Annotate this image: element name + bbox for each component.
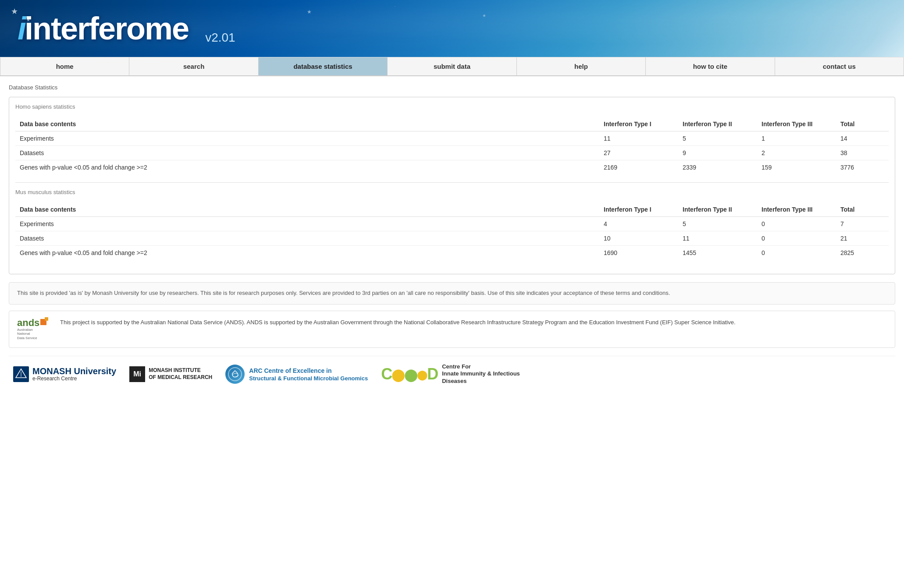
cell-type2: 1455 xyxy=(678,246,757,260)
disclaimer-section: This site is provided 'as is' by Monash … xyxy=(9,282,895,305)
cell-type3: 0 xyxy=(757,217,836,231)
disclaimer-text: This site is provided 'as is' by Monash … xyxy=(17,290,670,296)
nav-submit-data[interactable]: submit data xyxy=(388,57,516,75)
cell-type3: 0 xyxy=(757,246,836,260)
main-content: Database Statistics Homo sapiens statist… xyxy=(0,76,904,400)
ciid-line3: Diseases xyxy=(442,378,520,385)
arc-logo: ARC Centre of Excellence in Structural &… xyxy=(225,365,368,384)
ciid-line2: Innate Immunity & Infectious xyxy=(442,370,520,378)
cell-type3: 159 xyxy=(757,160,836,175)
arc-line2: Structural & Functional Microbial Genomi… xyxy=(249,375,368,382)
arc-circle-icon xyxy=(225,365,245,384)
cell-total: 14 xyxy=(836,131,889,146)
col-header-contents: Data base contents xyxy=(15,117,599,131)
monash-institute-text: MONASH INSTITUTE OF MEDICAL RESEARCH xyxy=(149,367,212,381)
col-header-type2: Interferon Type II xyxy=(678,202,757,217)
cell-label: Experiments xyxy=(15,131,599,146)
table-row: Datasets 10 11 0 21 xyxy=(15,231,889,246)
col-header-total: Total xyxy=(836,117,889,131)
navbar: home search database statistics submit d… xyxy=(0,57,904,76)
col-header-contents: Data base contents xyxy=(15,202,599,217)
table-row: Experiments 4 5 0 7 xyxy=(15,217,889,231)
page-title: Database Statistics xyxy=(9,84,895,91)
cell-type1: 2169 xyxy=(599,160,678,175)
arc-line1: ARC Centre of Excellence in xyxy=(249,367,368,375)
col-header-type1: Interferon Type I xyxy=(599,117,678,131)
cell-total: 7 xyxy=(836,217,889,231)
col-header-total: Total xyxy=(836,202,889,217)
ciid-text: Centre For Innate Immunity & Infectious … xyxy=(442,363,520,386)
cell-type3: 0 xyxy=(757,231,836,246)
table-row: Datasets 27 9 2 38 xyxy=(15,146,889,160)
cell-type2: 5 xyxy=(678,217,757,231)
ands-logo-subtitle: AustralianNationalData Service xyxy=(17,328,52,340)
homo-sapiens-label: Homo sapiens statistics xyxy=(15,103,889,113)
monash-institute-icon: Mi xyxy=(129,366,145,382)
section-divider xyxy=(15,182,889,183)
col-header-type3: Interferon Type III xyxy=(757,117,836,131)
cell-type3: 1 xyxy=(757,131,836,146)
cell-type1: 11 xyxy=(599,131,678,146)
mus-musculus-table: Data base contents Interferon Type I Int… xyxy=(15,202,889,260)
cell-label: Datasets xyxy=(15,231,599,246)
col-header-type2: Interferon Type II xyxy=(678,117,757,131)
col-header-type3: Interferon Type III xyxy=(757,202,836,217)
cell-type1: 1690 xyxy=(599,246,678,260)
cell-total: 38 xyxy=(836,146,889,160)
cell-label: Genes with p-value <0.05 and fold change… xyxy=(15,160,599,175)
monash-institute-logo: Mi MONASH INSTITUTE OF MEDICAL RESEARCH xyxy=(129,366,212,382)
homo-sapiens-table: Data base contents Interferon Type I Int… xyxy=(15,117,889,174)
ciid-line1: Centre For xyxy=(442,363,520,371)
logo-version: v2.01 xyxy=(205,31,235,44)
cell-type1: 27 xyxy=(599,146,678,160)
cell-label: Genes with p-value <0.05 and fold change… xyxy=(15,246,599,260)
nav-how-to-cite[interactable]: how to cite xyxy=(646,57,775,75)
nav-database-statistics[interactable]: database statistics xyxy=(259,57,388,75)
cell-type3: 2 xyxy=(757,146,836,160)
table-row: Experiments 11 5 1 14 xyxy=(15,131,889,146)
monash-uni-text: MONASH University e-Research Centre xyxy=(32,367,116,382)
monash-uni-sub: e-Research Centre xyxy=(32,375,116,382)
cell-total: 2825 xyxy=(836,246,889,260)
monash-uni-logo: MONASH University e-Research Centre xyxy=(13,366,116,382)
cell-type2: 5 xyxy=(678,131,757,146)
ands-logo-text: ands xyxy=(17,318,39,328)
monash-institute-name: MONASH INSTITUTE xyxy=(149,367,212,374)
cell-type2: 11 xyxy=(678,231,757,246)
ciid-graphic: C⬤⬤⬤D xyxy=(381,366,438,382)
cell-label: Datasets xyxy=(15,146,599,160)
cell-total: 3776 xyxy=(836,160,889,175)
footer-logos: MONASH University e-Research Centre Mi M… xyxy=(9,356,895,393)
nav-help[interactable]: help xyxy=(517,57,646,75)
monash-institute-sub: OF MEDICAL RESEARCH xyxy=(149,374,212,381)
logo-name: interferome xyxy=(25,11,189,46)
stats-container: Homo sapiens statistics Data base conten… xyxy=(9,97,895,274)
ands-logo-square xyxy=(40,319,46,325)
table-row: Genes with p-value <0.05 and fold change… xyxy=(15,160,889,175)
mus-musculus-label: Mus musculus statistics xyxy=(15,189,889,198)
logo: iinterferome v2.01 xyxy=(18,11,235,46)
nav-home[interactable]: home xyxy=(0,57,129,75)
mus-musculus-section: Mus musculus statistics Data base conten… xyxy=(15,189,889,260)
cell-type1: 10 xyxy=(599,231,678,246)
nav-contact-us[interactable]: contact us xyxy=(775,57,904,75)
cell-type2: 2339 xyxy=(678,160,757,175)
homo-sapiens-section: Homo sapiens statistics Data base conten… xyxy=(15,103,889,174)
arc-text: ARC Centre of Excellence in Structural &… xyxy=(249,367,368,381)
cell-type1: 4 xyxy=(599,217,678,231)
ands-description: This project is supported by the Austral… xyxy=(60,318,736,327)
table-row: Genes with p-value <0.05 and fold change… xyxy=(15,246,889,260)
ands-section: ands AustralianNationalData Service This… xyxy=(9,311,895,348)
col-header-type1: Interferon Type I xyxy=(599,202,678,217)
ands-logo: ands AustralianNationalData Service xyxy=(17,318,52,340)
cell-label: Experiments xyxy=(15,217,599,231)
header-banner: ★ ★ ★ · ★ iinterferome v2.01 xyxy=(0,0,904,57)
monash-uni-name: MONASH University xyxy=(32,367,116,375)
nav-search[interactable]: search xyxy=(129,57,258,75)
monash-crest-icon xyxy=(13,366,29,382)
cell-total: 21 xyxy=(836,231,889,246)
cell-type2: 9 xyxy=(678,146,757,160)
ciid-logo: C⬤⬤⬤D Centre For Innate Immunity & Infec… xyxy=(381,363,520,386)
